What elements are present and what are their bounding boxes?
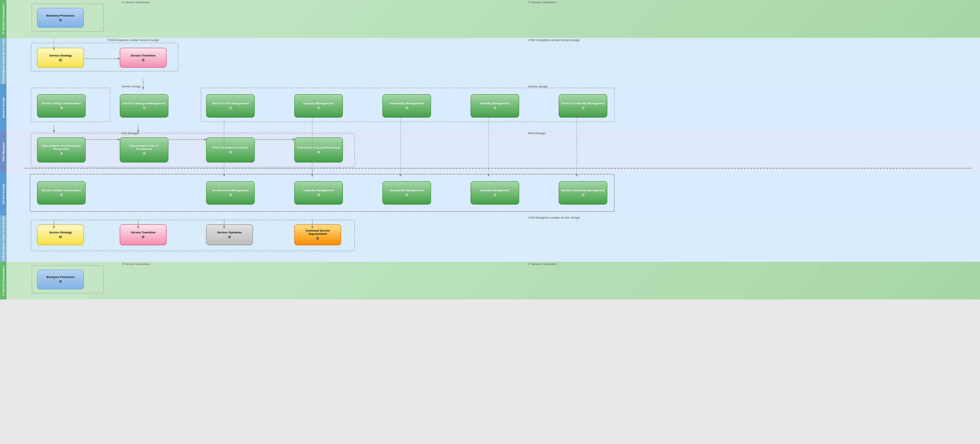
sh-risk-left: Risk Manager bbox=[122, 132, 139, 135]
lane-label-risk: Risk Manager bbox=[0, 131, 6, 172]
box-sdc-top[interactable]: Service Design Coordination ⊞ bbox=[37, 94, 86, 117]
section-header-it-consumers-top-left: IT Service Consumers bbox=[122, 1, 150, 4]
box-service-strategy-top[interactable]: Service Strategy ⊞ bbox=[37, 48, 84, 68]
lane-itsm-outside-bot: ITSM Disciplines outside Service Design … bbox=[0, 216, 980, 262]
sh-itsm-bot-right: ITSM Disciplines outside Service Design bbox=[528, 216, 580, 219]
sh-itsm-top-left: ITSM Disciplines outside Service Design bbox=[107, 38, 159, 42]
box-icon-sec-top: ⊞ bbox=[493, 106, 496, 109]
box-icon-slm-top: ⊞ bbox=[229, 106, 232, 109]
lane-label-sd-bot: Service Design bbox=[0, 172, 6, 216]
box-icon-bp-bot: ⊞ bbox=[59, 280, 62, 283]
lane-itsm-outside-top: ITSM Disciplines outside Service Design … bbox=[0, 38, 980, 84]
sh-risk-right: Risk Manager bbox=[528, 132, 546, 135]
box-svcont-bot[interactable]: Service Continuity Management ⊞ bbox=[559, 181, 607, 205]
box-icon-svcont-top: ⊞ bbox=[582, 106, 585, 109]
lane-content-it-consumers-bot: IT Service Consumers IT Service Consumer… bbox=[6, 262, 980, 300]
lane-label-sd-top: Service Design bbox=[0, 84, 6, 131]
box-scm-top[interactable]: Service Catalogue Management ⊞ bbox=[120, 94, 169, 117]
box-avail-bot[interactable]: Availability Management ⊞ bbox=[382, 181, 431, 205]
box-icon-rabp: ⊞ bbox=[60, 152, 63, 155]
box-cap-top[interactable]: Capacity Management ⊞ bbox=[294, 94, 343, 117]
box-icon-bp-top: ⊞ bbox=[59, 18, 62, 22]
box-icon-avail-top: ⊞ bbox=[406, 106, 408, 109]
sh-itsm-top-right: ITSM Disciplines outside Service Design bbox=[528, 38, 580, 42]
box-icon-st-top: ⊞ bbox=[142, 58, 145, 62]
box-icon-sec-bot: ⊞ bbox=[493, 193, 496, 197]
lane-service-design-bot: Service Design Service Design Coordinati… bbox=[0, 172, 980, 216]
box-avail-top[interactable]: Availability Management ⊞ bbox=[382, 94, 431, 117]
box-cap-bot[interactable]: Capacity Management ⊞ bbox=[294, 181, 343, 205]
box-service-transition-bot[interactable]: Service Transition ⊞ bbox=[120, 224, 167, 245]
box-rpa[interactable]: Risk Prevention Activities ⊞ bbox=[206, 137, 255, 162]
box-rabp[interactable]: Risk Analysis from Business Perspective … bbox=[37, 137, 86, 162]
box-icon-raitp: ⊞ bbox=[143, 152, 146, 155]
lane-content-itsm-bot: ITSM Disciplines outside Service Design … bbox=[6, 216, 980, 262]
box-icon-csi-bot: ⊞ bbox=[316, 236, 319, 240]
sh-it-bot-right: IT Service Consumers bbox=[528, 262, 557, 266]
lane-label-it-consumers-bot: IT Service Consumers bbox=[0, 262, 6, 300]
box-icon-cap-top: ⊞ bbox=[317, 106, 320, 109]
lane-content-it-consumers-top: IT Service Consumers IT Service Consumer… bbox=[6, 0, 980, 38]
box-icon-svcont-bot: ⊞ bbox=[582, 193, 585, 197]
box-sec-top[interactable]: Security Management ⊞ bbox=[471, 94, 519, 117]
box-slm-bot[interactable]: Service Level Management ⊞ bbox=[206, 181, 255, 205]
lane-content-sd-top: Service Design Service Design Service De… bbox=[6, 84, 980, 131]
box-svcont-top[interactable]: Service Continuity Management ⊞ bbox=[559, 94, 607, 117]
box-icon-rpa: ⊞ bbox=[229, 150, 232, 154]
sh-it-bot-left: IT Service Consumers bbox=[122, 262, 150, 266]
box-service-strategy-bot[interactable]: Service Strategy ⊞ bbox=[37, 224, 84, 245]
box-icon-avail-bot: ⊞ bbox=[406, 193, 408, 197]
box-raitp[interactable]: Risk Analysis from IT Perspective ⊞ bbox=[120, 137, 169, 162]
box-rmr[interactable]: Risk Monitoring and Reporting ⊞ bbox=[294, 137, 343, 162]
lane-service-design-top: Service Design Service Design Service De… bbox=[0, 84, 980, 131]
section-header-it-consumers-top-right: IT Service Consumers bbox=[528, 1, 557, 4]
lane-label-it-consumers-top: IT Service Consumers bbox=[0, 0, 6, 38]
box-icon-sdc-top: ⊞ bbox=[60, 106, 63, 109]
sh-sd-top-right: Service Design bbox=[528, 85, 547, 88]
lane-it-consumers-bot: IT Service Consumers IT Service Consumer… bbox=[0, 262, 980, 300]
box-icon-ss-top: ⊞ bbox=[59, 58, 62, 62]
box-service-operation-bot[interactable]: Service Operation ⊞ bbox=[206, 224, 253, 245]
box-icon-cap-bot: ⊞ bbox=[317, 193, 320, 197]
box-icon-rmr: ⊞ bbox=[317, 150, 320, 154]
lane-risk-manager: Risk Manager Risk Manager Risk Manager R… bbox=[0, 131, 980, 172]
lane-label-itsm-outside-top: ITSM Disciplines outside Service Design bbox=[0, 38, 6, 84]
lane-it-consumers-top: IT Service Consumers IT Service Consumer… bbox=[0, 0, 980, 38]
sh-sd-top-left: Service Design bbox=[122, 85, 141, 88]
lane-content-risk: Risk Manager Risk Manager Risk Analysis … bbox=[6, 131, 980, 172]
box-sdc-bot[interactable]: Service Design Coordination ⊞ bbox=[37, 181, 86, 205]
box-service-transition-top[interactable]: Service Transition ⊞ bbox=[120, 48, 167, 68]
lane-label-itsm-bot: ITSM Disciplines outside Service Design bbox=[0, 216, 6, 262]
box-business-processes-bot[interactable]: Business Processes ⊞ bbox=[37, 270, 84, 289]
lane-content-sd-bot: Service Design Coordination ⊞ Service Le… bbox=[6, 172, 980, 216]
box-icon-so-bot: ⊞ bbox=[228, 235, 231, 239]
box-csi-bot[interactable]: Continual Service Improvement ⊞ bbox=[294, 224, 341, 245]
box-slm-top[interactable]: Service Level Management ⊞ bbox=[206, 94, 255, 117]
box-sec-bot[interactable]: Security Management ⊞ bbox=[471, 181, 519, 205]
diagram-container: IT Service Consumers IT Service Consumer… bbox=[0, 0, 980, 444]
box-icon-ss-bot: ⊞ bbox=[59, 235, 62, 239]
box-icon-slm-bot: ⊞ bbox=[229, 193, 232, 197]
box-icon-scm-top: ⊞ bbox=[143, 106, 146, 109]
box-icon-st-bot: ⊞ bbox=[142, 235, 145, 239]
box-icon-sdc-bot: ⊞ bbox=[60, 193, 63, 197]
lane-content-itsm-outside-top: ITSM Disciplines outside Service Design … bbox=[6, 38, 980, 84]
box-business-processes-top[interactable]: Business Processes ⊞ bbox=[37, 8, 84, 28]
